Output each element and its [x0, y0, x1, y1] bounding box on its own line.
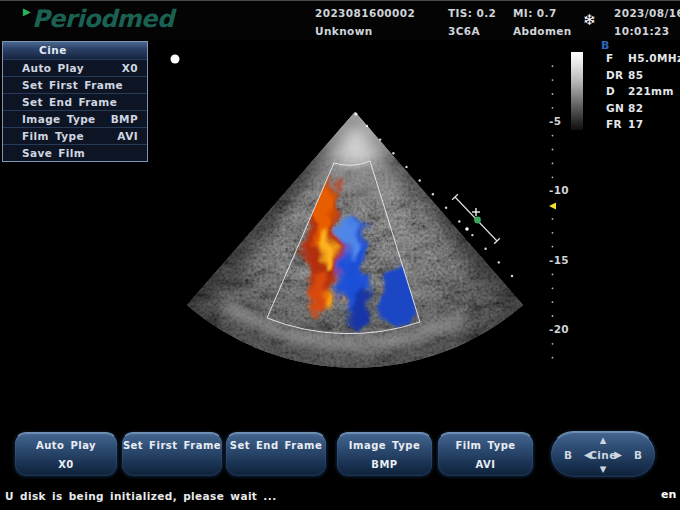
- menu-item-image-type[interactable]: Image Type BMP: [3, 110, 147, 127]
- cine-context-menu: Cine Auto Play X0 Set First Frame Set En…: [2, 41, 148, 162]
- caliper-cross-cursor: [472, 208, 480, 216]
- param-label: FR: [606, 118, 628, 135]
- menu-item-value: BMP: [111, 111, 138, 127]
- depth-label-20: -20: [549, 323, 569, 335]
- language-indicator: en: [661, 488, 676, 501]
- depth-ruler: [552, 65, 554, 358]
- freeze-snowflake-icon: ❄: [583, 11, 596, 29]
- depth-label-5: -5: [549, 115, 561, 127]
- param-label: F: [606, 52, 628, 69]
- menu-item-save-film[interactable]: Save Film: [3, 144, 147, 161]
- menu-item-value: AVI: [117, 128, 138, 144]
- param-frequency: F H5.0MHz: [606, 52, 680, 69]
- system-date: 2023/08/16: [614, 7, 680, 19]
- status-bar: U disk is being initialized, please wait…: [0, 482, 680, 510]
- caliper-active-point: [474, 217, 481, 224]
- probe-model: 3C6A: [448, 25, 480, 37]
- param-depth: D 221mm: [606, 85, 680, 102]
- depth-label-15: -15: [549, 254, 569, 266]
- menu-item-set-first-frame[interactable]: Set First Frame: [3, 76, 147, 93]
- menu-item-label: Auto Play: [22, 60, 84, 76]
- menu-item-set-end-frame[interactable]: Set End Frame: [3, 93, 147, 110]
- param-value: 17: [628, 118, 643, 135]
- exam-id: 2023081600002: [315, 7, 415, 19]
- header-bar: ▶ Periodmed 2023081600002 Unknown TIS: 0…: [0, 0, 680, 40]
- param-value: 221mm: [628, 85, 674, 102]
- exam-preset: Abdomen: [513, 25, 572, 37]
- param-value: 85: [628, 69, 643, 86]
- status-message: U disk is being initialized, please wait…: [5, 490, 277, 502]
- menu-item-label: Image Type: [22, 111, 96, 127]
- param-gain: GN 82: [606, 102, 680, 119]
- ultrasound-app-screen: ▶ Periodmed 2023081600002 Unknown TIS: 0…: [0, 0, 680, 510]
- menu-item-film-type[interactable]: Film Type AVI: [3, 127, 147, 144]
- tis-value: TIS: 0.2: [448, 7, 496, 19]
- param-frame-rate: FR 17: [606, 118, 680, 135]
- param-dynamic-range: DR 85: [606, 69, 680, 86]
- menu-title: Cine: [3, 42, 147, 59]
- grayscale-bar: [571, 52, 583, 130]
- param-value: 82: [628, 102, 643, 119]
- brand-logo: Periodmed: [32, 5, 174, 33]
- focus-marker[interactable]: [549, 203, 556, 210]
- depth-label-10: -10: [549, 184, 569, 196]
- logo-play-icon: ▶: [23, 7, 31, 17]
- param-label: DR: [606, 69, 628, 86]
- probe-orientation-marker: [171, 55, 180, 64]
- param-value: H5.0MHz: [628, 52, 680, 69]
- menu-item-label: Set First Frame: [22, 77, 123, 93]
- menu-item-auto-play[interactable]: Auto Play X0: [3, 59, 147, 76]
- patient-name: Unknown: [315, 25, 373, 37]
- mi-value: MI: 0.7: [513, 7, 557, 19]
- param-label: GN: [606, 102, 628, 119]
- menu-item-label: Set End Frame: [22, 94, 117, 110]
- system-time: 10:01:23: [614, 25, 669, 37]
- menu-item-label: Film Type: [22, 128, 84, 144]
- mode-label: B: [601, 39, 609, 52]
- image-parameters: F H5.0MHz DR 85 D 221mm GN 82 FR 17: [606, 52, 680, 135]
- menu-item-label: Save Film: [22, 145, 85, 161]
- param-label: D: [606, 85, 628, 102]
- menu-item-value: X0: [122, 60, 138, 76]
